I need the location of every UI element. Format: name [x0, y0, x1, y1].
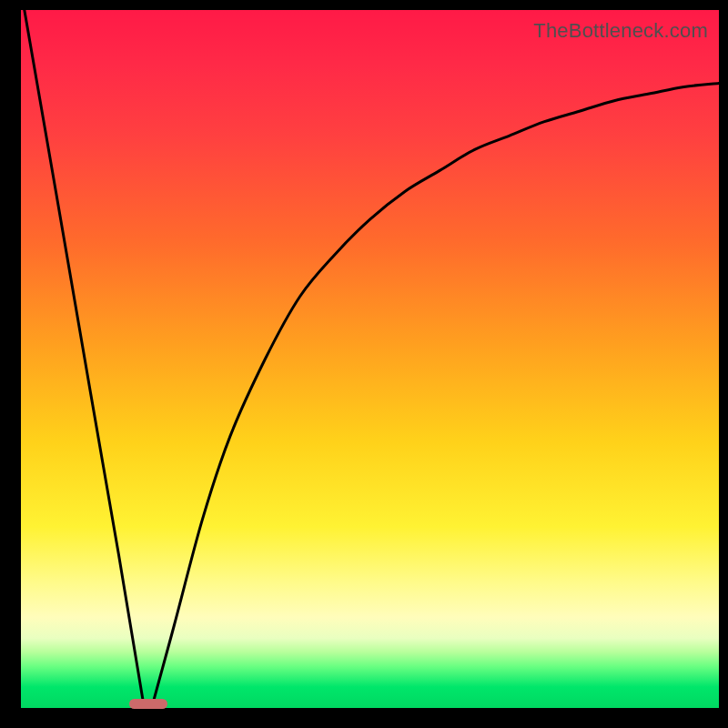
plot-area: TheBottleneck.com [21, 10, 719, 708]
left-slope-line [25, 10, 143, 701]
chart-frame: TheBottleneck.com [0, 0, 728, 728]
curve-layer [21, 10, 719, 708]
optimal-pill-marker [129, 699, 167, 709]
right-curve-line [154, 84, 719, 702]
